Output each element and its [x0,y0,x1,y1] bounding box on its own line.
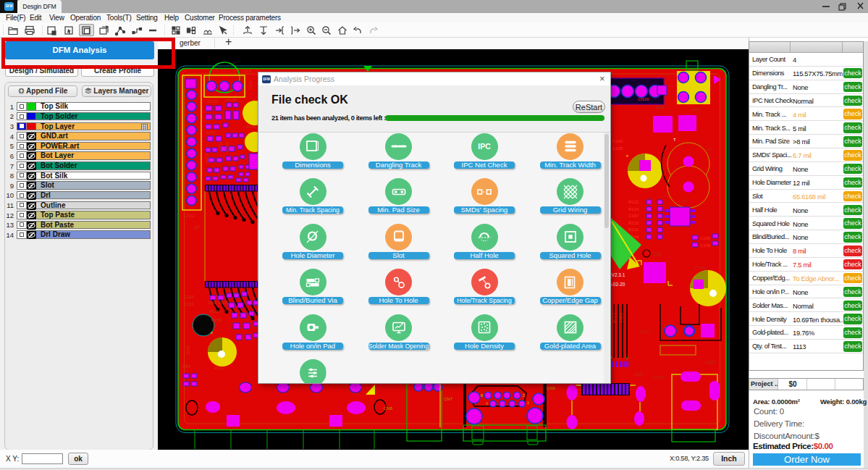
svg-text:R131: R131 [219,301,229,305]
svg-text:C117: C117 [219,142,223,153]
svg-text:CN17: CN17 [640,330,652,334]
svg-text:U7: U7 [194,225,200,230]
svg-text:C116: C116 [225,142,229,153]
svg-text:CN5: CN5 [634,372,644,377]
svg-text:D15: D15 [654,252,662,256]
svg-text:3-02-20: 3-02-20 [609,282,625,287]
svg-text:C156: C156 [700,236,711,240]
svg-text:R104: R104 [227,98,237,102]
svg-text:C163: C163 [612,139,623,143]
svg-text:C115: C115 [184,295,195,299]
svg-text:R133: R133 [210,309,221,314]
svg-text:CN7: CN7 [444,397,453,401]
svg-text:C113: C113 [184,302,195,306]
svg-text:CN8: CN8 [384,406,393,411]
svg-text:C158: C158 [700,243,711,248]
svg-text:R124: R124 [628,207,639,211]
svg-text:7: 7 [486,402,488,406]
svg-text:FB4: FB4 [182,364,191,369]
svg-text:C43: C43 [248,81,253,90]
svg-text:R42: R42 [186,346,190,355]
svg-text:_V2.3.1: _V2.3.1 [608,272,625,278]
svg-text:C167: C167 [628,214,639,218]
svg-text:D18: D18 [656,105,665,109]
svg-text:C157: C157 [205,154,209,164]
svg-text:SW2: SW2 [691,107,701,112]
svg-text:+: + [210,330,214,336]
svg-text:8: 8 [481,393,483,398]
svg-text:CN16: CN16 [638,97,649,101]
svg-text:T: T [673,138,676,142]
svg-text:R121: R121 [628,227,639,232]
svg-text:C159: C159 [695,266,706,270]
svg-text:C88: C88 [208,301,216,305]
svg-text:R253: R253 [211,318,222,322]
svg-text:C152: C152 [208,99,219,104]
svg-text:R108: R108 [246,125,257,129]
svg-text:IPC: IPC [478,142,491,151]
svg-text:R123: R123 [628,221,639,225]
svg-text:U14: U14 [243,69,252,73]
svg-text:2: 2 [523,393,525,398]
svg-text:C138: C138 [612,313,616,324]
svg-text:C165: C165 [612,146,623,151]
svg-text:+12V: +12V [704,360,717,365]
svg-text:R122: R122 [628,200,639,204]
svg-text:+: + [625,153,629,159]
svg-text:U36: U36 [207,130,216,135]
svg-text:R257: R257 [214,366,225,370]
svg-text:CN18: CN18 [654,375,665,379]
svg-text:L3: L3 [707,147,712,151]
svg-text:U16: U16 [679,199,688,203]
svg-text:CN12: CN12 [184,214,195,218]
svg-text:1: 1 [527,400,529,405]
svg-text:CN6: CN6 [547,386,556,390]
svg-text:F813: F813 [619,313,623,323]
